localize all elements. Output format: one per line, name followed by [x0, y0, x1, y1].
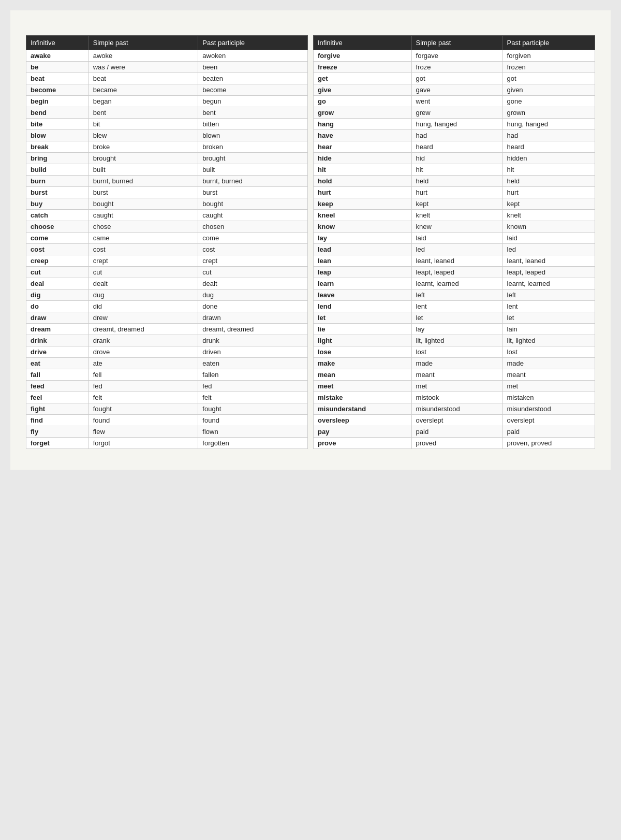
column-header: Past participle: [502, 36, 595, 50]
simple-past-cell: went: [411, 96, 502, 107]
table-row: choosechosechosen: [26, 221, 308, 233]
table-row: lielaylain: [314, 324, 595, 335]
infinitive-cell: choose: [26, 221, 89, 233]
table-row: fightfoughtfought: [26, 403, 308, 415]
past-participle-cell: driven: [198, 346, 308, 358]
table-row: hidehidhidden: [314, 153, 595, 164]
table-row: fallfellfallen: [26, 369, 308, 381]
past-participle-cell: hit: [502, 164, 595, 176]
simple-past-cell: cut: [88, 267, 198, 278]
infinitive-cell: grow: [314, 107, 412, 119]
table-row: drivedrovedriven: [26, 346, 308, 358]
infinitive-cell: forget: [26, 438, 89, 449]
simple-past-cell: got: [411, 73, 502, 84]
simple-past-cell: drew: [88, 312, 198, 324]
past-participle-cell: cost: [198, 244, 308, 255]
simple-past-cell: gave: [411, 84, 502, 96]
table-row: getgotgot: [314, 73, 595, 84]
table-row: leaveleftleft: [314, 289, 595, 301]
infinitive-cell: lead: [314, 244, 412, 255]
past-participle-cell: gone: [502, 96, 595, 107]
past-participle-cell: made: [502, 358, 595, 369]
table-row: dealdealtdealt: [26, 278, 308, 289]
infinitive-cell: blow: [26, 130, 89, 141]
table-row: bewas / werebeen: [26, 62, 308, 73]
table-row: burnburnt, burnedburnt, burned: [26, 176, 308, 187]
simple-past-cell: flew: [88, 426, 198, 438]
past-participle-cell: bitten: [198, 119, 308, 130]
simple-past-cell: knelt: [411, 210, 502, 221]
table-row: proveprovedproven, proved: [314, 438, 595, 449]
simple-past-cell: crept: [88, 255, 198, 267]
infinitive-cell: lend: [314, 301, 412, 312]
past-participle-cell: dealt: [198, 278, 308, 289]
infinitive-cell: give: [314, 84, 412, 96]
infinitive-cell: know: [314, 221, 412, 233]
past-participle-cell: let: [502, 312, 595, 324]
table-row: feelfeltfelt: [26, 392, 308, 403]
past-participle-cell: knelt: [502, 210, 595, 221]
simple-past-cell: became: [88, 84, 198, 96]
simple-past-cell: hurt: [411, 187, 502, 198]
simple-past-cell: forgave: [411, 50, 502, 62]
simple-past-cell: dreamt, dreamed: [88, 324, 198, 335]
infinitive-cell: catch: [26, 210, 89, 221]
past-participle-cell: lost: [502, 346, 595, 358]
simple-past-cell: knew: [411, 221, 502, 233]
simple-past-cell: bit: [88, 119, 198, 130]
past-participle-cell: found: [198, 415, 308, 426]
simple-past-cell: drank: [88, 335, 198, 346]
past-participle-cell: left: [502, 289, 595, 301]
table-row: knowknewknown: [314, 221, 595, 233]
simple-past-cell: burst: [88, 187, 198, 198]
infinitive-cell: make: [314, 358, 412, 369]
table-row: meetmetmet: [314, 381, 595, 392]
infinitive-cell: lay: [314, 233, 412, 244]
simple-past-cell: hung, hanged: [411, 119, 502, 130]
infinitive-cell: learn: [314, 278, 412, 289]
simple-past-cell: let: [411, 312, 502, 324]
simple-past-cell: overslept: [411, 415, 502, 426]
past-participle-cell: hidden: [502, 153, 595, 164]
infinitive-cell: fly: [26, 426, 89, 438]
simple-past-cell: was / were: [88, 62, 198, 73]
past-participle-cell: lit, lighted: [502, 335, 595, 346]
table-row: leapleapt, leapedleapt, leaped: [314, 267, 595, 278]
table-row: drinkdrankdrunk: [26, 335, 308, 346]
simple-past-cell: ate: [88, 358, 198, 369]
infinitive-cell: buy: [26, 198, 89, 210]
past-participle-cell: brought: [198, 153, 308, 164]
simple-past-cell: hit: [411, 164, 502, 176]
infinitive-cell: go: [314, 96, 412, 107]
past-participle-cell: had: [502, 130, 595, 141]
tables-container: InfinitiveSimple pastPast participle awa…: [26, 35, 595, 449]
table-row: learnlearnt, learnedlearnt, learned: [314, 278, 595, 289]
table-row: cutcutcut: [26, 267, 308, 278]
simple-past-cell: chose: [88, 221, 198, 233]
infinitive-cell: get: [314, 73, 412, 84]
table-row: buildbuiltbuilt: [26, 164, 308, 176]
simple-past-cell: felt: [88, 392, 198, 403]
infinitive-cell: deal: [26, 278, 89, 289]
past-participle-cell: forgotten: [198, 438, 308, 449]
infinitive-cell: burn: [26, 176, 89, 187]
simple-past-cell: made: [411, 358, 502, 369]
past-participle-cell: held: [502, 176, 595, 187]
simple-past-cell: lost: [411, 346, 502, 358]
past-participle-cell: given: [502, 84, 595, 96]
infinitive-cell: begin: [26, 96, 89, 107]
simple-past-cell: dealt: [88, 278, 198, 289]
simple-past-cell: lit, lighted: [411, 335, 502, 346]
simple-past-cell: lent: [411, 301, 502, 312]
past-participle-cell: beaten: [198, 73, 308, 84]
table-row: hanghung, hangedhung, hanged: [314, 119, 595, 130]
table-row: makemademade: [314, 358, 595, 369]
past-participle-cell: flown: [198, 426, 308, 438]
infinitive-cell: beat: [26, 73, 89, 84]
infinitive-cell: forgive: [314, 50, 412, 62]
infinitive-cell: have: [314, 130, 412, 141]
infinitive-cell: drive: [26, 346, 89, 358]
table-row: bendbentbent: [26, 107, 308, 119]
infinitive-cell: hold: [314, 176, 412, 187]
table-row: misunderstandmisunderstoodmisunderstood: [314, 403, 595, 415]
